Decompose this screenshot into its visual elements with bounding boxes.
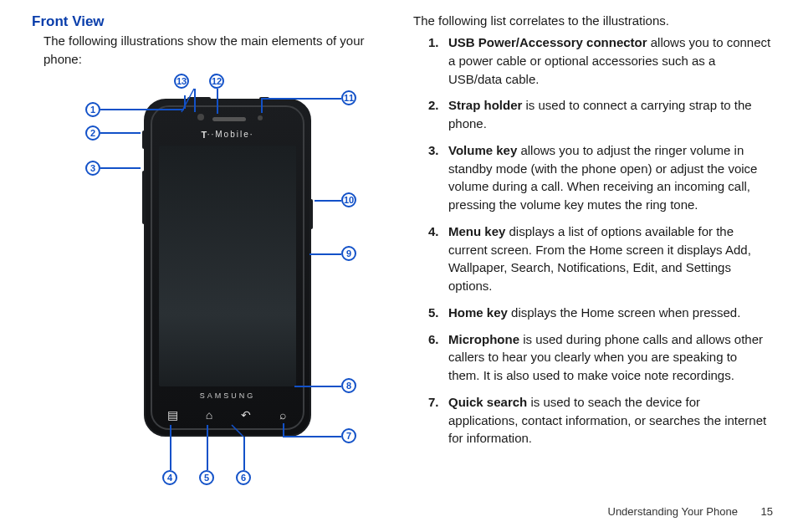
carrier-text: ··Mobile· [207, 130, 254, 139]
list-item: 3.Volume key allows you to adjust the ri… [428, 141, 771, 214]
lead-6 [243, 437, 245, 470]
list-item-body: Quick search is used to seach the device… [448, 393, 771, 448]
footer-section: Understanding Your Phone [608, 505, 738, 518]
list-item-text: displays the Home screen when pressed. [508, 305, 740, 320]
callout-13: 13 [174, 74, 189, 89]
list-item-number: 1. [428, 33, 448, 88]
callout-7: 7 [341, 428, 356, 443]
left-intro-text: The following illustrations show the mai… [43, 32, 378, 69]
power-key [309, 199, 313, 229]
list-item-number: 2. [428, 96, 448, 133]
lead-4 [170, 425, 171, 470]
lead-3 [100, 167, 141, 169]
callout-8: 8 [341, 378, 356, 393]
phone-screen [159, 146, 296, 386]
proximity-sensor [258, 115, 263, 120]
list-item-term: Home key [448, 305, 508, 320]
carrier-label: T··Mobile· [146, 129, 309, 142]
list-item-number: 6. [428, 330, 448, 385]
lead-13 [194, 89, 196, 112]
callout-3: 3 [85, 161, 100, 176]
page-footer: Understanding Your Phone 15 [608, 504, 774, 520]
list-item-body: Home key displays the Home screen when p… [448, 304, 771, 322]
list-item-body: Volume key allows you to adjust the ring… [448, 141, 771, 214]
usb-connector [187, 97, 211, 100]
callout-5: 5 [199, 470, 214, 485]
lead-1v [184, 95, 186, 109]
callout-12: 12 [209, 74, 224, 89]
section-heading: Front View [32, 12, 105, 33]
list-item-term: Volume key [448, 143, 517, 157]
lead-7v [283, 423, 284, 436]
menu-key-icon: ▤ [162, 407, 182, 423]
list-item: 6.Microphone is used during phone calls … [428, 330, 771, 385]
carrier-prefix: T [201, 130, 207, 140]
nav-key-row: ▤ ⌂ ↶ ⌕ [146, 407, 309, 423]
lead-11h [261, 98, 341, 100]
lead-2 [100, 132, 141, 134]
list-item-term: Quick search [448, 395, 527, 409]
list-item-term: Menu key [448, 224, 505, 238]
list-item-body: Menu key displays a list of options avai… [448, 223, 771, 295]
callout-6: 6 [236, 470, 251, 485]
callout-10: 10 [341, 192, 356, 207]
lead-11v [261, 98, 263, 113]
lead-9 [309, 253, 341, 255]
callout-4: 4 [162, 470, 177, 485]
footer-page-number: 15 [761, 504, 773, 520]
list-item: 4.Menu key displays a list of options av… [428, 223, 771, 295]
list-item-number: 7. [428, 393, 448, 448]
search-key-icon: ⌕ [273, 407, 293, 423]
list-item-term: Microphone [448, 332, 519, 346]
front-view-diagram: T··Mobile· SAMSUNG ▤ ⌂ ↶ ⌕ 1 2 3 13 12 1… [43, 74, 378, 500]
list-item-number: 5. [428, 304, 448, 322]
lead-8 [294, 386, 341, 387]
callout-1: 1 [85, 102, 100, 117]
back-key-icon: ↶ [236, 407, 256, 423]
list-item: 2.Strap holder is used to connect a carr… [428, 96, 771, 133]
lead-10 [315, 200, 341, 202]
feature-list: 1.USB Power/Accessory connector allows y… [428, 33, 771, 456]
volume-key [142, 171, 146, 224]
callout-9: 9 [341, 246, 356, 261]
list-item: 5.Home key displays the Home screen when… [428, 304, 771, 322]
list-item-term: Strap holder [448, 98, 522, 112]
list-item-body: Microphone is used during phone calls an… [448, 330, 771, 385]
right-intro-text: The following list correlates to the ill… [413, 12, 765, 30]
list-item: 7.Quick search is used to seach the devi… [428, 393, 771, 448]
lead-12 [217, 89, 218, 114]
list-item-body: Strap holder is used to connect a carryi… [448, 96, 771, 133]
lead-5 [207, 425, 208, 470]
lead-7h [283, 436, 341, 437]
callout-11: 11 [341, 90, 356, 105]
list-item-term: USB Power/Accessory connector [448, 35, 647, 49]
callout-2: 2 [85, 125, 100, 141]
brand-label: SAMSUNG [146, 391, 309, 402]
front-camera [197, 114, 204, 120]
list-item-number: 3. [428, 141, 448, 214]
list-item: 1.USB Power/Accessory connector allows y… [428, 33, 771, 88]
list-item-body: USB Power/Accessory connector allows you… [448, 33, 771, 88]
phone-body: T··Mobile· SAMSUNG ▤ ⌂ ↶ ⌕ [144, 99, 311, 437]
lead-1 [100, 109, 184, 110]
list-item-number: 4. [428, 223, 448, 295]
home-key-icon: ⌂ [199, 407, 219, 423]
earpiece [212, 117, 246, 121]
